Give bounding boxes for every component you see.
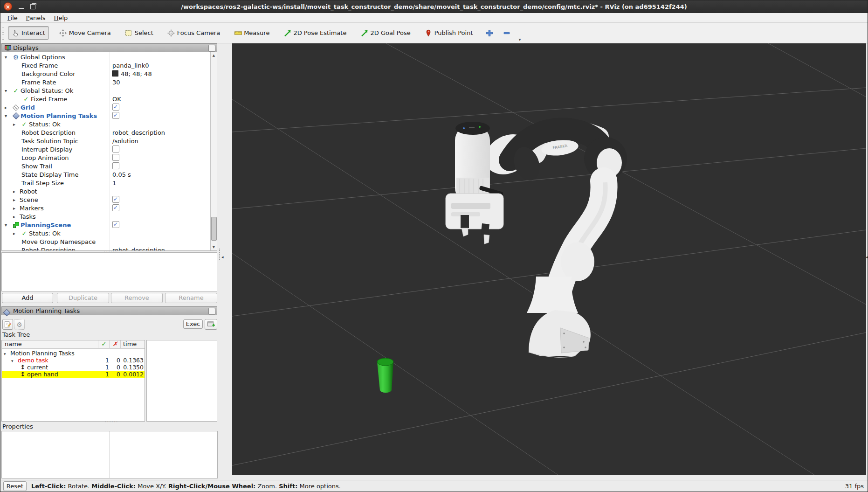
checkbox-checked[interactable] xyxy=(112,221,119,228)
display-row-fixed-frame[interactable]: Fixed Framepanda_link0 xyxy=(2,62,217,70)
checkbox-checked[interactable] xyxy=(112,104,119,111)
panel-splitter[interactable] xyxy=(219,249,220,260)
display-row-background-color[interactable]: Background Color48; 48; 48 xyxy=(2,70,217,78)
display-row-value[interactable]: 48; 48; 48 xyxy=(112,70,152,78)
tool-publish-point[interactable]: Publish Point xyxy=(421,26,477,40)
display-row-grid[interactable]: ▸Grid xyxy=(2,104,217,112)
checkbox-unchecked[interactable] xyxy=(112,162,119,169)
reset-button[interactable]: Reset xyxy=(3,481,27,491)
display-row-value[interactable] xyxy=(112,154,119,162)
3d-viewport[interactable]: FRANKA xyxy=(232,43,866,475)
display-row-frame-rate[interactable]: Frame Rate30 xyxy=(2,78,217,87)
display-row-robot-description[interactable]: Robot Descriptionrobot_description xyxy=(2,246,217,251)
edit-script-icon[interactable] xyxy=(2,319,13,330)
display-row-motion-planning-tasks[interactable]: ▾Motion Planning Tasks xyxy=(2,112,217,120)
display-row-show-trail[interactable]: Show Trail xyxy=(2,162,217,171)
expander-closed-icon[interactable]: ▸ xyxy=(13,229,20,238)
duplicate-button[interactable]: Duplicate xyxy=(57,293,109,303)
displays-tree[interactable]: ▾⚙Global OptionsFixed Framepanda_link0Ba… xyxy=(1,52,217,251)
task-table-header[interactable]: name ✓ ✗ time xyxy=(2,340,145,349)
tool-focus-camera[interactable]: Focus Camera xyxy=(164,26,224,40)
expander-open-icon[interactable]: ▾ xyxy=(5,53,11,62)
rename-button[interactable]: Rename xyxy=(165,293,217,303)
task-row-demo-task[interactable]: ▾demo task100.1363 xyxy=(2,357,145,364)
display-row-value[interactable]: /solution xyxy=(112,137,138,146)
display-row-value[interactable]: panda_link0 xyxy=(112,62,149,70)
expander-closed-icon[interactable]: ▸ xyxy=(13,204,20,213)
display-row-robot-description[interactable]: Robot Descriptionrobot_description xyxy=(2,129,217,137)
checkbox-checked[interactable] xyxy=(112,112,119,119)
remove-tool-button[interactable] xyxy=(500,26,515,40)
expander-open-icon[interactable]: ▾ xyxy=(5,112,11,120)
display-row-robot[interactable]: ▸Robot xyxy=(2,187,217,196)
chevron-down-icon[interactable]: ▾ xyxy=(518,37,521,42)
checkbox-checked[interactable] xyxy=(112,204,119,211)
display-row-value[interactable]: 1 xyxy=(112,179,116,187)
display-row-state-display-time[interactable]: State Display Time0.05 s xyxy=(2,171,217,179)
toolbar-grip[interactable] xyxy=(2,27,4,40)
collapse-right-icon[interactable]: ◂ xyxy=(866,255,868,259)
column-name[interactable]: name xyxy=(2,340,22,347)
exec-button[interactable]: Exec xyxy=(183,319,203,329)
task-row-open-hand[interactable]: ↕open hand100.0012 xyxy=(2,371,145,378)
scroll-down-icon[interactable]: ▼ xyxy=(211,245,217,249)
column-success-icon[interactable]: ✓ xyxy=(99,340,109,348)
display-row-value[interactable] xyxy=(112,221,119,229)
display-row-fixed-frame[interactable]: ✓Fixed FrameOK xyxy=(2,95,217,104)
display-row-value[interactable]: robot_description xyxy=(112,246,165,251)
tool-select[interactable]: Select xyxy=(121,26,157,40)
display-row-value[interactable] xyxy=(112,162,119,171)
panel-float-button[interactable] xyxy=(208,45,215,52)
expander-closed-icon[interactable]: ▸ xyxy=(13,120,20,129)
display-row-value[interactable]: robot_description xyxy=(112,129,165,137)
task-tree-table[interactable]: name ✓ ✗ time ▾Motion Planning Tasks▾dem… xyxy=(1,340,145,422)
column-time[interactable]: time xyxy=(123,340,137,348)
display-row-scene[interactable]: ▸Scene xyxy=(2,196,217,204)
display-row-planningscene[interactable]: ▾PlanningScene xyxy=(2,221,217,229)
scroll-up-icon[interactable]: ▲ xyxy=(211,54,217,57)
checkbox-unchecked[interactable] xyxy=(112,146,119,152)
display-row-value[interactable] xyxy=(112,112,119,120)
displays-scrollbar[interactable]: ▲ ▼ xyxy=(210,52,217,250)
expander-open-icon[interactable]: ▾ xyxy=(5,87,11,95)
properties-area[interactable] xyxy=(1,431,218,478)
menu-item-help[interactable]: Help xyxy=(50,14,72,22)
display-row-value[interactable] xyxy=(112,146,119,154)
tool-measure[interactable]: Measure xyxy=(230,26,273,40)
display-row-tasks[interactable]: ▸Tasks xyxy=(2,213,217,221)
display-row-interrupt-display[interactable]: Interrupt Display xyxy=(2,146,217,154)
display-row-move-group-namespace[interactable]: Move Group Namespace xyxy=(2,238,217,246)
task-row-motion-planning-tasks[interactable]: ▾Motion Planning Tasks xyxy=(2,350,145,357)
display-row-markers[interactable]: ▸Markers xyxy=(2,204,217,213)
expander-closed-icon[interactable]: ▸ xyxy=(13,187,20,196)
tool-2d-goal-pose[interactable]: 2D Goal Pose xyxy=(357,26,414,40)
display-row-value[interactable]: 0.05 s xyxy=(112,171,131,179)
expander-closed-icon[interactable]: ▸ xyxy=(13,213,20,221)
display-row-task-solution-topic[interactable]: Task Solution Topic/solution xyxy=(2,137,217,146)
panel-float-button[interactable] xyxy=(208,308,215,315)
add-button[interactable]: Add xyxy=(2,293,53,303)
display-row-global-options[interactable]: ▾⚙Global Options xyxy=(2,53,217,62)
titlebar[interactable]: × /workspaces/ros2-galactic-ws/install/m… xyxy=(0,0,868,13)
display-row-value[interactable]: 30 xyxy=(112,78,120,87)
display-row-global-status-ok[interactable]: ▾✓Global Status: Ok xyxy=(2,87,217,95)
tool-interact[interactable]: Interact xyxy=(8,26,49,40)
display-row-trail-step-size[interactable]: Trail Step Size1 xyxy=(2,179,217,187)
display-row-loop-animation[interactable]: Loop Animation xyxy=(2,154,217,162)
tasks-panel-header[interactable]: Motion Planning Tasks xyxy=(1,306,217,315)
scrollbar-thumb[interactable] xyxy=(211,217,217,241)
display-row-status-ok[interactable]: ▸✓Status: Ok xyxy=(2,120,217,129)
solutions-list[interactable] xyxy=(146,340,217,422)
add-panel-icon[interactable] xyxy=(205,319,217,330)
display-row-value[interactable] xyxy=(112,204,119,213)
remove-button[interactable]: Remove xyxy=(111,293,163,303)
collapse-left-icon[interactable]: ◂ xyxy=(221,255,224,259)
display-row-status-ok[interactable]: ▸✓Status: Ok xyxy=(2,229,217,238)
expander-closed-icon[interactable]: ▸ xyxy=(5,104,11,112)
tool-2d-pose-estimate[interactable]: 2D Pose Estimate xyxy=(280,26,350,40)
gear-icon[interactable]: ⚙ xyxy=(14,319,25,330)
expander-closed-icon[interactable]: ▸ xyxy=(13,196,20,204)
checkbox-unchecked[interactable] xyxy=(112,154,119,161)
tool-move-camera[interactable]: Move Camera xyxy=(55,26,115,40)
displays-panel-header[interactable]: Displays xyxy=(1,43,217,52)
